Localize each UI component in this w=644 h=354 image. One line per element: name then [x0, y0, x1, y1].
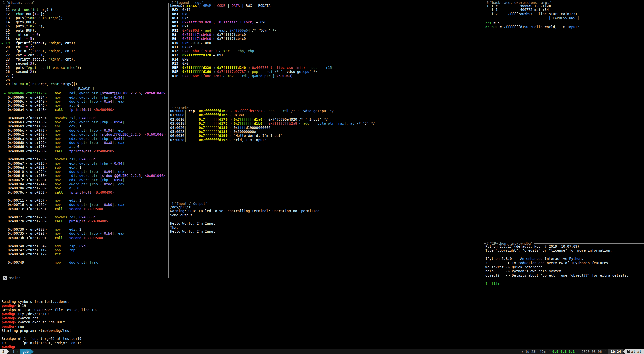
program-output: /dev/pts/10warning: GDB: Failed to set c… [169, 204, 484, 234]
pane-label: "Input / Output" [175, 202, 207, 206]
divider-line [96, 88, 168, 88]
pane-label: "IPython: tmp/pwndbg" [490, 241, 533, 245]
pane-number: 7 [487, 241, 490, 245]
pane-number: 6 [487, 1, 490, 5]
chevron-right-icon: ⟩ [16, 350, 18, 354]
tmux-session: 1"disasm, code" 10 11 void func(int arg)… [0, 0, 644, 354]
pane-title-stack: 3"stack" [171, 106, 190, 110]
disasm-section-label: [ DISASM ] [73, 86, 95, 90]
chevron-left-icon: ⟨ [604, 350, 606, 354]
chevron-left-icon: ⟨ [577, 350, 579, 354]
status-left: 2 1 ⟩ gdb [0, 349, 34, 354]
pane-legend-regs[interactable]: 2"legend, regs" LEGEND: STACK | HEAP | C… [168, 3, 484, 108]
pane-title-main: 5"Main" [2, 276, 21, 280]
pane-number: 1 [3, 1, 6, 5]
ipython-console[interactable]: Python 2.7.17 (default, Nov 7 2019, 10:0… [484, 244, 644, 286]
disasm-section-divider: [ DISASM ] [1, 86, 168, 90]
pane-stack[interactable]: 3"stack" 00:0000│ rsp 0x7fffffffd160 → 0… [168, 108, 484, 204]
status-date: 2020-03-06 [581, 350, 602, 354]
pane-title-backtrace: 6"backtrace, expressions, args" [486, 1, 552, 5]
pane-backtrace-expressions[interactable]: 6"backtrace, expressions, args" ► f 0 40… [484, 3, 644, 244]
tmux-status-bar: 2 1 ⟩ gdb ↑ 1d 23h 49m ⟨ 0.0 0.1 0.1 ⟨ 2… [0, 349, 644, 354]
window-tab-gdb[interactable]: gdb [20, 349, 31, 354]
backtrace-frames: ► f 0 40068e func+126 f 1 400772 main+34… [484, 3, 644, 16]
divider-line [581, 18, 644, 18]
lock-icon [627, 350, 630, 353]
expressions-section-label: [ EXPRESSIONS ] [548, 16, 581, 20]
pane-label: "stack" [175, 106, 189, 110]
load-average: 0.0 0.1 0.1 [552, 350, 575, 354]
stack-listing: 00:0000│ rsp 0x7fffffffd160 → 0x7ffff7b9… [169, 108, 484, 142]
powerline-arrow-icon [7, 349, 9, 354]
pane-title-disasm-code: 1"disasm, code" [2, 1, 36, 5]
gdb-console[interactable]: Reading symbols from test...done.pwndbg>… [0, 278, 484, 349]
pane-input-output[interactable]: 4"Input / Output" /dev/pts/10warning: GD… [168, 204, 484, 278]
pane-main-gdb-console[interactable]: 5"Main" Reading symbols from test...done… [0, 278, 484, 350]
pane-label: "legend, regs" [175, 1, 203, 5]
disassembly-listing: ► 0x40068e <func+126> mov rdi, qword ptr… [0, 90, 168, 264]
status-right: ↑ 1d 23h 49m ⟨ 0.0 0.1 0.1 ⟨ 2020-03-06 … [521, 349, 644, 354]
session-badge[interactable]: 2 [0, 349, 7, 354]
source-code-listing: 10 11 void func(int arg) { 12 char BUF[1… [0, 3, 168, 86]
hostname-badge: at-at [625, 349, 644, 354]
expressions-section-divider: [ EXPRESSIONS ] [484, 16, 644, 20]
window-index[interactable]: 1 [12, 350, 14, 354]
pane-title-legend-regs: 2"legend, regs" [171, 1, 204, 5]
pane-number-active: 5 [3, 276, 7, 280]
divider-line [484, 18, 548, 18]
pane-title-ipython: 7"IPython: tmp/pwndbg" [486, 241, 534, 245]
powerline-arrow-icon [623, 349, 625, 354]
watch-expressions: cnt = 5ds BUF = 7fffffffd190 "Hello Worl… [484, 20, 644, 29]
pane-number: 3 [171, 106, 175, 110]
status-clock: 10:24 [608, 349, 623, 354]
hostname-text: at-at [631, 350, 641, 354]
pane-title-input-output: 4"Input / Output" [171, 202, 208, 206]
divider-line [1, 88, 73, 88]
powerline-arrow-icon [31, 349, 34, 354]
pane-label: "disasm, code" [6, 1, 35, 5]
pane-number: 4 [171, 202, 175, 206]
chevron-left-icon: ⟨ [548, 350, 550, 354]
pane-label: "Main" [8, 276, 20, 280]
pane-number: 2 [171, 1, 175, 5]
pane-disasm-code[interactable]: 1"disasm, code" 10 11 void func(int arg)… [0, 3, 168, 278]
pane-label: "backtrace, expressions, args" [490, 1, 551, 5]
registers-listing: LEGEND: STACK | HEAP | CODE | DATA | RWX… [169, 3, 484, 78]
uptime-text: 1d 23h 49m [525, 350, 545, 354]
uptime-arrow-icon: ↑ [521, 350, 523, 354]
pane-ipython[interactable]: 7"IPython: tmp/pwndbg" Python 2.7.17 (de… [484, 243, 644, 350]
